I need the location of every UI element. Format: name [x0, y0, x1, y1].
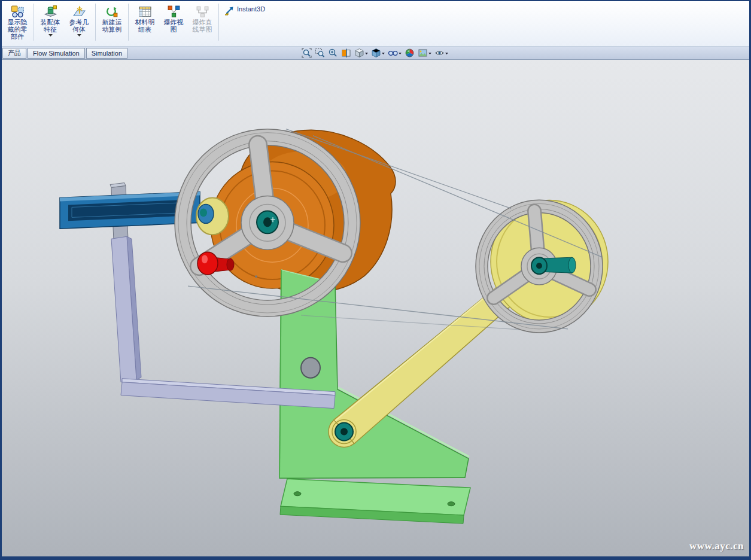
new-motion-study-icon — [105, 4, 119, 19]
toolbar-separator — [34, 4, 34, 41]
dropdown-caret[interactable] — [48, 34, 53, 36]
reference-geometry-icon — [72, 4, 86, 19]
button-label: 参考几何体 — [68, 19, 90, 33]
toolbar-separator — [218, 4, 219, 41]
explode-line-sketch-icon — [195, 4, 209, 19]
exploded-view-button[interactable]: 爆炸视图 — [159, 2, 188, 34]
new-motion-study-button[interactable]: 新建运动算例 — [98, 2, 126, 34]
reference-geometry-button[interactable]: 参考几何体 — [65, 2, 93, 37]
section-view-button[interactable] — [340, 48, 352, 58]
dropdown-caret[interactable] — [365, 51, 368, 54]
instant3d-button[interactable]: Instant3D — [221, 2, 268, 17]
dropdown-caret[interactable] — [382, 51, 385, 54]
dropdown-caret[interactable] — [445, 51, 448, 54]
heads-up-view-toolbar — [301, 47, 449, 59]
apply-scene-icon — [418, 48, 428, 58]
tab-simulation[interactable]: Simulation — [86, 48, 127, 59]
assembly-features-icon — [43, 4, 57, 19]
view-orientation-icon — [354, 48, 364, 58]
tab-flow-simulation[interactable]: Flow Simulation — [28, 48, 85, 59]
view-settings-button[interactable] — [434, 48, 449, 58]
button-label: 新建运动算例 — [101, 19, 123, 33]
edit-appearance-button[interactable] — [404, 48, 415, 58]
hide-show-items-button[interactable] — [387, 48, 402, 58]
view-settings-icon — [434, 48, 445, 58]
button-label: Instant3D — [237, 5, 265, 13]
solidworks-window: 显示隐藏的零部件 装配体特征 — [0, 0, 751, 560]
zoom-to-fit-button[interactable] — [301, 48, 312, 58]
button-label: 爆炸视图 — [163, 19, 185, 33]
apply-scene-button[interactable] — [417, 48, 432, 58]
zoom-in-out-button[interactable] — [327, 48, 339, 58]
assembly-model[interactable] — [2, 60, 749, 556]
edit-appearance-icon — [405, 48, 415, 58]
button-label: 显示隐藏的零部件 — [7, 19, 29, 40]
button-label: 装配体特征 — [39, 19, 62, 33]
section-view-icon — [341, 48, 351, 58]
dropdown-caret[interactable] — [428, 51, 431, 54]
button-label: 材料明细表 — [134, 19, 156, 33]
show-hidden-components-button[interactable]: 显示隐藏的零部件 — [3, 2, 32, 41]
zoom-in-out-icon — [328, 48, 338, 58]
zoom-to-area-icon — [315, 48, 325, 58]
commandmanager-tab-strip: 产品 Flow Simulation Simulation — [2, 47, 749, 60]
show-hidden-components-icon — [10, 4, 25, 19]
assembly-features-button[interactable]: 装配体特征 — [36, 2, 65, 37]
view-orientation-button[interactable] — [354, 48, 369, 58]
bill-of-materials-icon — [138, 4, 152, 19]
model-pulley-small[interactable] — [476, 200, 608, 333]
dropdown-caret[interactable] — [77, 34, 81, 36]
zoom-to-area-button[interactable] — [314, 48, 326, 58]
button-label: 爆炸直线草图 — [191, 19, 214, 33]
explode-line-sketch-button[interactable]: 爆炸直线草图 — [188, 2, 217, 34]
toolbar-separator — [128, 4, 129, 41]
dropdown-caret[interactable] — [399, 51, 402, 54]
hide-show-items-icon — [388, 48, 398, 58]
display-style-button[interactable] — [370, 48, 385, 58]
command-manager: 显示隐藏的零部件 装配体特征 — [2, 1, 749, 47]
instant3d-icon — [224, 5, 235, 16]
display-style-icon — [371, 48, 381, 58]
model-bracket-vertical[interactable] — [111, 236, 141, 382]
zoom-to-fit-icon — [302, 48, 312, 58]
model-base-plate[interactable] — [280, 479, 470, 524]
toolbar-separator — [95, 4, 96, 41]
watermark: www.ayc.cn — [689, 540, 744, 552]
bill-of-materials-button[interactable]: 材料明细表 — [130, 2, 159, 34]
exploded-view-icon — [166, 4, 181, 19]
tab-product[interactable]: 产品 — [2, 48, 26, 59]
graphics-area[interactable]: www.ayc.cn — [2, 60, 749, 556]
model-rear-pulley[interactable] — [196, 197, 229, 235]
